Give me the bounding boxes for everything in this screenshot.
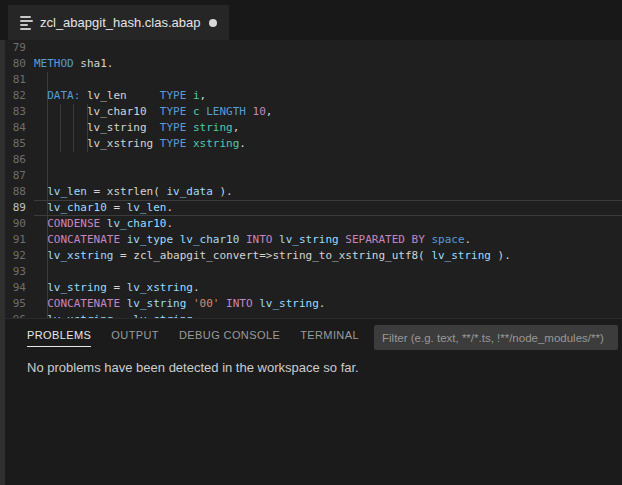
code-line-92[interactable]: 92 lv_xstring = zcl_abapgit_convert=>str… (0, 248, 622, 264)
code-line-87[interactable]: 87 (0, 168, 622, 184)
code-line-88[interactable]: 88 lv_len = xstrlen( iv_data ). (0, 184, 622, 200)
code-text: CONCATENATE iv_type lv_char10 INTO lv_st… (34, 232, 622, 248)
code-text: lv_string TYPE string, (34, 120, 622, 136)
problems-filter-input[interactable] (374, 325, 618, 350)
code-text: lv_xstring TYPE xstring. (34, 136, 622, 152)
code-line-80[interactable]: 80METHOD sha1. (0, 56, 622, 72)
panel-tab-problems[interactable]: PROBLEMS (27, 329, 91, 347)
code-line-94[interactable]: 94 lv_string = lv_xstring. (0, 280, 622, 296)
line-number[interactable]: 81 (0, 72, 34, 88)
line-number[interactable]: 82 (0, 88, 34, 104)
code-line-89[interactable]: 89 lv_char10 = lv_len. (0, 200, 622, 216)
code-text: DATA: lv_len TYPE i, (34, 88, 622, 104)
line-number[interactable]: 94 (0, 280, 34, 296)
code-text: lv_len = xstrlen( iv_data ). (34, 184, 622, 200)
line-number[interactable]: 89 (0, 200, 34, 216)
code-text: lv_string = lv_xstring. (34, 280, 622, 296)
code-text: lv_char10 TYPE c LENGTH 10, (34, 104, 622, 120)
line-number[interactable]: 79 (0, 40, 34, 56)
line-number[interactable]: 92 (0, 248, 34, 264)
activity-bar-edge (0, 40, 5, 485)
code-text: METHOD sha1. (34, 56, 622, 72)
code-line-95[interactable]: 95 CONCATENATE lv_string '00' INTO lv_st… (0, 296, 622, 312)
tab-title: zcl_abapgit_hash.clas.abap (40, 15, 200, 30)
code-text (34, 40, 622, 56)
code-line-79[interactable]: 79 (0, 40, 622, 56)
code-line-84[interactable]: 84 lv_string TYPE string, (0, 120, 622, 136)
line-number[interactable]: 90 (0, 216, 34, 232)
code-line-86[interactable]: 86 (0, 152, 622, 168)
vscode-window: zcl_abapgit_hash.clas.abap 7980METHOD sh… (0, 0, 622, 485)
bottom-panel: PROBLEMSOUTPUTDEBUG CONSOLETERMINAL No p… (0, 318, 622, 485)
tab-zcl-abapgit-hash[interactable]: zcl_abapgit_hash.clas.abap (8, 5, 229, 40)
line-number[interactable]: 87 (0, 168, 34, 184)
editor-tab-bar: zcl_abapgit_hash.clas.abap (0, 0, 622, 40)
line-number[interactable]: 91 (0, 232, 34, 248)
code-text (34, 264, 622, 280)
code-text: CONDENSE lv_char10. (34, 216, 622, 232)
code-line-82[interactable]: 82 DATA: lv_len TYPE i, (0, 88, 622, 104)
code-text (34, 72, 622, 88)
panel-tab-debug-console[interactable]: DEBUG CONSOLE (179, 329, 280, 346)
code-line-93[interactable]: 93 (0, 264, 622, 280)
modified-indicator-icon[interactable] (209, 19, 217, 27)
code-lines: 7980METHOD sha1.8182 DATA: lv_len TYPE i… (0, 40, 622, 318)
panel-tab-output[interactable]: OUTPUT (111, 329, 159, 346)
code-line-90[interactable]: 90 CONDENSE lv_char10. (0, 216, 622, 232)
line-number[interactable]: 93 (0, 264, 34, 280)
line-number[interactable]: 85 (0, 136, 34, 152)
code-line-81[interactable]: 81 (0, 72, 622, 88)
line-number[interactable]: 88 (0, 184, 34, 200)
panel-tab-terminal[interactable]: TERMINAL (300, 329, 359, 346)
code-text: lv_char10 = lv_len. (34, 200, 622, 216)
abap-file-icon (20, 16, 33, 30)
code-editor[interactable]: 7980METHOD sha1.8182 DATA: lv_len TYPE i… (0, 40, 622, 318)
line-number[interactable]: 86 (0, 152, 34, 168)
code-text: lv_xstring = zcl_abapgit_convert=>string… (34, 248, 622, 264)
line-number[interactable]: 84 (0, 120, 34, 136)
code-text (34, 152, 622, 168)
code-text: CONCATENATE lv_string '00' INTO lv_strin… (34, 296, 622, 312)
line-number[interactable]: 80 (0, 56, 34, 72)
problems-empty-message: No problems have been detected in the wo… (27, 360, 622, 375)
code-line-83[interactable]: 83 lv_char10 TYPE c LENGTH 10, (0, 104, 622, 120)
code-line-91[interactable]: 91 CONCATENATE iv_type lv_char10 INTO lv… (0, 232, 622, 248)
line-number[interactable]: 95 (0, 296, 34, 312)
line-number[interactable]: 83 (0, 104, 34, 120)
code-line-85[interactable]: 85 lv_xstring TYPE xstring. (0, 136, 622, 152)
code-text (34, 168, 622, 184)
